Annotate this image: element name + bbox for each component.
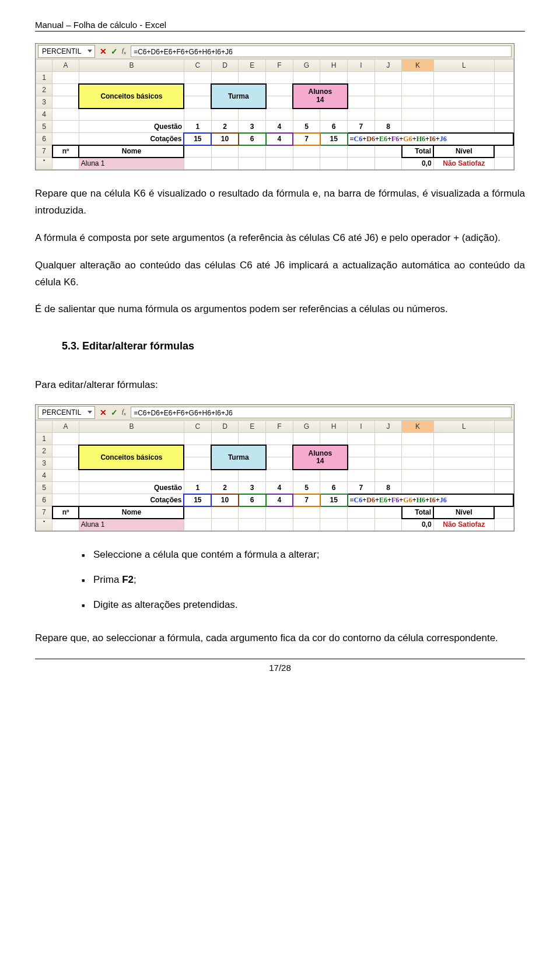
qnum-cell[interactable]: 1 xyxy=(184,482,211,494)
cancel-icon[interactable]: ✕ xyxy=(100,408,107,417)
cotacoes-label[interactable]: Cotações xyxy=(79,494,184,506)
col-header[interactable]: C xyxy=(184,421,211,433)
cot-cell[interactable]: 15 xyxy=(184,494,211,506)
row-header[interactable]: 2 xyxy=(36,84,52,96)
nivel-value[interactable]: Não Satiofaz xyxy=(433,519,494,531)
col-header[interactable]: C xyxy=(184,60,211,72)
dropdown-icon[interactable] xyxy=(88,50,92,53)
col-header[interactable]: I xyxy=(348,421,375,433)
qnum-cell[interactable]: 4 xyxy=(266,482,293,494)
row-header[interactable]: 3 xyxy=(36,96,52,109)
questao-label[interactable]: Questão xyxy=(79,121,184,133)
col-header[interactable]: G xyxy=(293,60,320,72)
total-value[interactable]: 0,0 xyxy=(402,158,433,170)
turma-cell[interactable]: Turma xyxy=(211,84,265,109)
col-header-selected[interactable]: K xyxy=(402,60,433,72)
aluno-name[interactable]: Aluna 1 xyxy=(79,519,184,531)
total-label[interactable]: Total xyxy=(402,506,433,519)
cot-cell[interactable]: 7 xyxy=(293,494,320,506)
turma-cell[interactable]: Turma xyxy=(211,445,265,470)
spreadsheet-grid[interactable]: A B C D E F G H I J K L 1 2 Conceitos bá… xyxy=(36,59,514,170)
qnum-cell[interactable]: 6 xyxy=(320,482,348,494)
aluno-name[interactable]: Aluna 1 xyxy=(79,158,184,170)
formula-display[interactable]: =C6+D6+E6+F6+G6+H6+I6+J6 xyxy=(131,407,512,418)
col-header[interactable]: D xyxy=(211,421,239,433)
no-label[interactable]: nº xyxy=(52,145,79,158)
total-value[interactable]: 0,0 xyxy=(402,519,433,531)
nivel-label[interactable]: Nível xyxy=(433,506,494,519)
col-header[interactable]: D xyxy=(211,60,239,72)
qnum-cell[interactable]: 5 xyxy=(293,121,320,133)
row-header[interactable]: 5 xyxy=(36,121,52,133)
cot-cell[interactable]: 7 xyxy=(293,133,320,145)
qnum-cell[interactable]: 5 xyxy=(293,482,320,494)
nome-label[interactable]: Nome xyxy=(79,506,184,519)
col-header[interactable]: B xyxy=(79,421,184,433)
no-label[interactable]: nº xyxy=(52,506,79,519)
cot-cell[interactable]: 15 xyxy=(184,133,211,145)
cot-cell[interactable]: 15 xyxy=(320,133,348,145)
col-header[interactable]: H xyxy=(320,60,348,72)
cot-cell[interactable]: 10 xyxy=(211,133,239,145)
row-header[interactable]: • xyxy=(36,158,52,170)
k6-active-formula[interactable]: =C6+D6+E6+F6+G6+H6+I6+J6 xyxy=(348,494,513,506)
fx-icon[interactable]: fx xyxy=(122,408,126,417)
col-header[interactable]: E xyxy=(239,60,266,72)
cotacoes-label[interactable]: Cotações xyxy=(79,133,184,145)
col-header[interactable]: L xyxy=(433,60,494,72)
row-header[interactable]: 6 xyxy=(36,133,52,145)
col-header-selected[interactable]: K xyxy=(402,421,433,433)
conceitos-cell[interactable]: Conceitos básicos xyxy=(79,84,184,109)
qnum-cell[interactable]: 1 xyxy=(184,121,211,133)
col-header[interactable]: E xyxy=(239,421,266,433)
row-header[interactable]: 1 xyxy=(36,433,52,445)
cot-cell[interactable]: 10 xyxy=(211,494,239,506)
cot-cell[interactable]: 6 xyxy=(239,494,266,506)
row-header[interactable]: 3 xyxy=(36,457,52,470)
qnum-cell[interactable]: 8 xyxy=(374,121,402,133)
qnum-cell[interactable]: 7 xyxy=(348,121,375,133)
col-header[interactable]: B xyxy=(79,60,184,72)
col-header[interactable] xyxy=(494,60,513,72)
col-header[interactable]: F xyxy=(266,421,293,433)
col-header[interactable]: A xyxy=(52,60,79,72)
col-header[interactable]: A xyxy=(52,421,79,433)
nome-label[interactable]: Nome xyxy=(79,145,184,158)
name-box[interactable]: PERCENTIL xyxy=(38,406,95,419)
enter-icon[interactable]: ✓ xyxy=(111,47,118,56)
dropdown-icon[interactable] xyxy=(88,411,92,414)
col-header[interactable]: G xyxy=(293,421,320,433)
row-header[interactable]: 5 xyxy=(36,482,52,494)
row-header[interactable]: 7 xyxy=(36,506,52,519)
k6-active-formula[interactable]: =C6+D6+E6+F6+G6+H6+I6+J6 xyxy=(348,133,513,145)
col-header[interactable] xyxy=(494,421,513,433)
enter-icon[interactable]: ✓ xyxy=(111,408,118,417)
corner-cell[interactable] xyxy=(36,60,52,72)
row-header[interactable]: • xyxy=(36,519,52,531)
qnum-cell[interactable]: 3 xyxy=(239,121,266,133)
row-header[interactable]: 4 xyxy=(36,109,52,121)
qnum-cell[interactable]: 4 xyxy=(266,121,293,133)
row-header[interactable]: 7 xyxy=(36,145,52,158)
alunos-cell[interactable]: Alunos 14 xyxy=(293,84,347,109)
row-header[interactable]: 4 xyxy=(36,470,52,482)
cot-cell[interactable]: 4 xyxy=(266,494,293,506)
spreadsheet-grid[interactable]: A B C D E F G H I J K L 1 2 Conceitos bá… xyxy=(36,420,514,531)
cot-cell[interactable]: 6 xyxy=(239,133,266,145)
qnum-cell[interactable]: 3 xyxy=(239,482,266,494)
cot-cell[interactable]: 15 xyxy=(320,494,348,506)
qnum-cell[interactable]: 8 xyxy=(374,482,402,494)
row-header[interactable]: 2 xyxy=(36,445,52,457)
conceitos-cell[interactable]: Conceitos básicos xyxy=(79,445,184,470)
name-box[interactable]: PERCENTIL xyxy=(38,45,95,58)
alunos-cell[interactable]: Alunos 14 xyxy=(293,445,347,470)
qnum-cell[interactable]: 7 xyxy=(348,482,375,494)
total-label[interactable]: Total xyxy=(402,145,433,158)
cot-cell[interactable]: 4 xyxy=(266,133,293,145)
qnum-cell[interactable]: 2 xyxy=(211,482,239,494)
row-header[interactable]: 6 xyxy=(36,494,52,506)
questao-label[interactable]: Questão xyxy=(79,482,184,494)
nivel-value[interactable]: Não Satiofaz xyxy=(433,158,494,170)
qnum-cell[interactable]: 6 xyxy=(320,121,348,133)
nivel-label[interactable]: Nível xyxy=(433,145,494,158)
